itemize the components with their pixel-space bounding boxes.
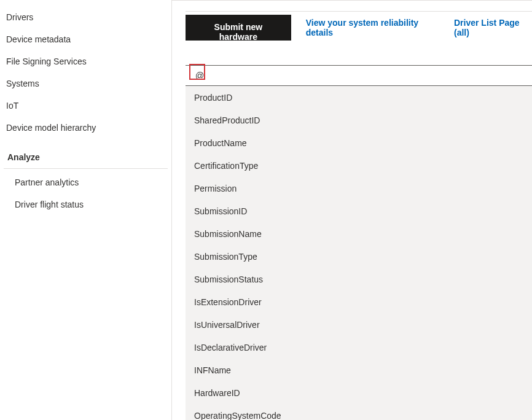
sidebar-item-systems[interactable]: Systems: [0, 72, 171, 95]
dropdown-item-submissiontype[interactable]: SubmissionType: [186, 245, 532, 268]
sidebar: Drivers Device metadata File Signing Ser…: [0, 0, 172, 420]
reliability-details-link[interactable]: View your system reliability details: [306, 18, 439, 37]
dropdown-item-infname[interactable]: INFName: [186, 359, 532, 381]
sidebar-section-analyze: Analyze: [4, 141, 168, 169]
dropdown-item-operatingsystemcode[interactable]: OperatingSystemCode: [186, 404, 532, 420]
dropdown-item-sharedproductid[interactable]: SharedProductID: [186, 109, 532, 131]
main-content: Submit new hardware View your system rel…: [172, 0, 532, 420]
sidebar-subitem-driver-flight-status[interactable]: Driver flight status: [0, 193, 171, 216]
dropdown-item-productname[interactable]: ProductName: [186, 131, 532, 154]
dropdown-item-submissionid[interactable]: SubmissionID: [186, 200, 532, 222]
dropdown-item-isuniversaldriver[interactable]: IsUniversalDriver: [186, 313, 532, 336]
dropdown-item-submissionname[interactable]: SubmissionName: [186, 222, 532, 245]
sidebar-item-label: Device model hierarchy: [6, 123, 96, 133]
search-input[interactable]: @: [186, 65, 532, 86]
dropdown-item-permission[interactable]: Permission: [186, 177, 532, 200]
search-value: @: [192, 71, 204, 80]
sidebar-item-iot[interactable]: IoT: [0, 95, 171, 117]
sidebar-subitem-partner-analytics[interactable]: Partner analytics: [0, 171, 171, 193]
sidebar-item-label: File Signing Services: [6, 56, 87, 66]
search-dropdown: ProductID SharedProductID ProductName Ce…: [186, 86, 532, 420]
driver-list-page-link[interactable]: Driver List Page (all): [454, 18, 532, 37]
sidebar-item-label: IoT: [6, 101, 18, 111]
dropdown-item-isextensiondriver[interactable]: IsExtensionDriver: [186, 290, 532, 313]
dropdown-item-productid[interactable]: ProductID: [186, 86, 532, 109]
sidebar-subitem-label: Partner analytics: [15, 177, 79, 187]
sidebar-item-label: Systems: [6, 79, 39, 88]
sidebar-subitem-label: Driver flight status: [15, 200, 84, 209]
dropdown-item-hardwareid[interactable]: HardwareID: [186, 381, 532, 404]
dropdown-item-certificationtype[interactable]: CertificationType: [186, 154, 532, 177]
sidebar-item-drivers[interactable]: Drivers: [0, 6, 171, 28]
search-container: @ ProductID SharedProductID ProductName …: [186, 65, 532, 420]
submit-new-hardware-button[interactable]: Submit new hardware: [186, 15, 291, 41]
sidebar-item-file-signing-services[interactable]: File Signing Services: [0, 50, 171, 72]
topbar: Submit new hardware View your system rel…: [186, 11, 532, 43]
sidebar-item-label: Device metadata: [6, 34, 71, 44]
sidebar-item-device-model-hierarchy[interactable]: Device model hierarchy: [0, 117, 171, 139]
sidebar-item-label: Drivers: [6, 12, 33, 22]
dropdown-item-submissionstatus[interactable]: SubmissionStatus: [186, 268, 532, 290]
top-border: [172, 0, 532, 1]
dropdown-item-isdeclarativedriver[interactable]: IsDeclarativeDriver: [186, 336, 532, 359]
sidebar-item-device-metadata[interactable]: Device metadata: [0, 28, 171, 50]
